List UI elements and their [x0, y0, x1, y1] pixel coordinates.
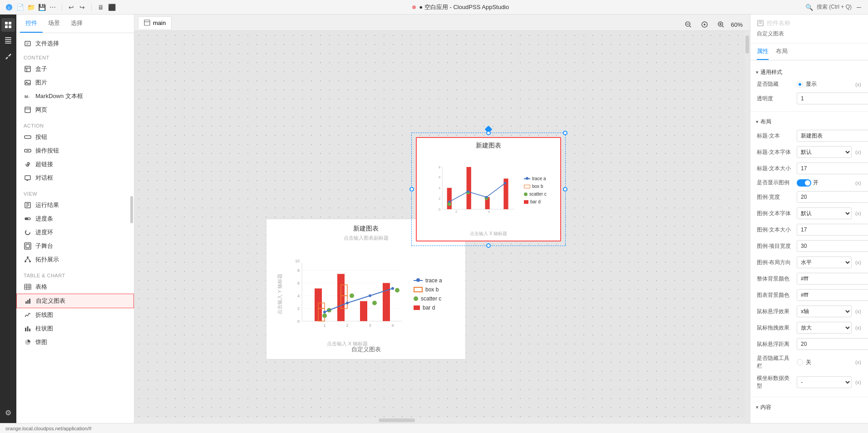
- svg-rect-100: [467, 167, 471, 209]
- file-icon[interactable]: 📄: [16, 4, 24, 11]
- vertical-scrollbar[interactable]: [745, 31, 750, 423]
- legend-bar-d-small: bar d: [524, 199, 553, 204]
- chart-widget-small[interactable]: 新建图表 0 2 4 6 8: [416, 137, 561, 241]
- prop-tab-attributes[interactable]: 属性: [757, 44, 769, 60]
- svg-text:2: 2: [455, 210, 457, 214]
- general-style-header[interactable]: ▾ 通用样式: [750, 67, 868, 78]
- tab-select[interactable]: 选择: [65, 15, 88, 33]
- prop-hover-distance-input[interactable]: [797, 338, 868, 350]
- content-prop-header[interactable]: ▾ 内容: [750, 402, 868, 413]
- progress-bar-item[interactable]: 进度条: [16, 212, 134, 226]
- prop-click-effect-select[interactable]: 放大: [797, 322, 852, 334]
- svg-rect-41: [25, 301, 27, 304]
- zoom-in-btn[interactable]: [715, 18, 727, 31]
- topology-item[interactable]: 拓扑展示: [16, 253, 134, 266]
- undo-icon[interactable]: ↩: [68, 4, 75, 11]
- line-chart-item[interactable]: 折线图: [16, 308, 134, 322]
- prop-bg-color-value: [797, 273, 868, 285]
- svg-text:6: 6: [439, 176, 440, 179]
- prop-legend-item-width-value: [797, 240, 868, 252]
- show-legend-toggle[interactable]: [797, 179, 811, 187]
- image-item[interactable]: 图片: [16, 76, 134, 89]
- side-panel: 控件 场景 选择 文件选择 CONTENT: [16, 15, 134, 423]
- settings-btn[interactable]: ⚙: [1, 406, 15, 419]
- search-icon[interactable]: 🔍: [806, 4, 813, 11]
- prop-legend-font-select[interactable]: 默认: [797, 207, 852, 219]
- right-panel-tabs: 属性 布局: [750, 44, 868, 60]
- bar-chart-item[interactable]: 柱状图: [16, 322, 134, 335]
- pie-chart-item[interactable]: 饼图: [16, 335, 134, 349]
- radio-show[interactable]: [797, 81, 803, 88]
- prop-bg-color-label: 整体背景颜色: [757, 275, 793, 283]
- prop-legend-width-row: 图例·宽度 (x): [750, 189, 868, 205]
- markdown-item[interactable]: M↓ MarkDown 文本框: [16, 89, 134, 103]
- minimize-icon[interactable]: ─: [855, 4, 863, 11]
- scroll-thumb-h[interactable]: [379, 418, 415, 422]
- scroll-thumb-v[interactable]: [745, 35, 749, 54]
- prop-title-text-label: 标题·文本: [757, 132, 793, 140]
- prop-bg-color-input[interactable]: [797, 273, 868, 285]
- prop-visible-x: (x): [855, 82, 862, 87]
- prop-opacity-input[interactable]: [797, 93, 868, 104]
- prop-x-axis-type-select[interactable]: -: [797, 376, 852, 388]
- prop-title-text-input[interactable]: [797, 130, 868, 142]
- tools-btn[interactable]: [1, 49, 15, 63]
- small-x-label: 点击输入 X 轴标题: [470, 231, 507, 237]
- radio-hide-toolbar[interactable]: [797, 359, 803, 365]
- layout-prop-header[interactable]: ▾ 布局: [750, 116, 868, 128]
- prop-title-font-select[interactable]: 默认: [797, 146, 852, 158]
- prop-hover-effect-select[interactable]: x轴: [797, 305, 852, 317]
- save-icon[interactable]: 💾: [38, 4, 45, 11]
- prop-tab-layout[interactable]: 布局: [776, 44, 788, 60]
- redo-icon[interactable]: ↪: [79, 4, 86, 11]
- zoom-reset-btn[interactable]: [698, 18, 711, 31]
- svg-rect-78: [383, 283, 390, 321]
- prop-opacity-label: 透明度: [757, 95, 793, 103]
- webpage-label: 网页: [35, 106, 47, 114]
- preview-icon[interactable]: 🖥: [97, 4, 104, 11]
- progress-ring-item[interactable]: 进度环: [16, 226, 134, 239]
- terminal-icon[interactable]: ⬛: [108, 4, 115, 11]
- svg-point-88: [323, 311, 326, 314]
- svg-rect-17: [25, 107, 30, 113]
- svg-rect-2: [5, 22, 8, 25]
- canvas-main-tab[interactable]: main: [138, 16, 172, 29]
- more-icon[interactable]: ⋯: [49, 4, 56, 11]
- content-section-title: CONTENT: [16, 52, 134, 62]
- prop-legend-size-input[interactable]: [797, 224, 868, 236]
- hyperlink-item[interactable]: 超链接: [16, 157, 134, 171]
- run-result-item[interactable]: 运行结果: [16, 198, 134, 212]
- prop-chart-bg-color-input[interactable]: [797, 289, 868, 301]
- prop-title-size-input[interactable]: [797, 162, 868, 174]
- icon-bar-bottom: ⚙: [1, 406, 15, 419]
- button-item[interactable]: 按钮: [16, 130, 134, 144]
- prop-legend-direction-select[interactable]: 水平: [797, 256, 852, 268]
- webpage-item[interactable]: 网页: [16, 103, 134, 117]
- svg-rect-77: [360, 301, 367, 321]
- horizontal-scrollbar[interactable]: [134, 418, 745, 423]
- svg-text:4: 4: [488, 210, 490, 214]
- zoom-out-btn[interactable]: [682, 18, 695, 31]
- prop-legend-width-input[interactable]: [797, 191, 868, 203]
- legend-box-b-small: box b: [524, 184, 553, 189]
- prop-hide-toolbar-value: 关: [797, 359, 852, 366]
- chart-ylabel-large: 点击输入 Y 轴标题: [276, 273, 283, 314]
- folder-open-icon[interactable]: 📁: [27, 4, 35, 11]
- box-item[interactable]: 盒子: [16, 62, 134, 76]
- layers-btn[interactable]: [1, 34, 15, 47]
- prop-hide-toolbar-label: 是否隐藏工具栏: [757, 354, 793, 370]
- file-select-item[interactable]: 文件选择: [16, 37, 134, 50]
- tab-scenes[interactable]: 场景: [43, 15, 65, 33]
- table-item[interactable]: 表格: [16, 280, 134, 294]
- tab-controls[interactable]: 控件: [20, 15, 43, 33]
- dialog-item[interactable]: 对话框: [16, 171, 134, 185]
- custom-chart-item[interactable]: 自定义图表: [16, 294, 134, 308]
- prop-hide-toolbar-row: 是否隐藏工具栏 关 (x): [750, 352, 868, 372]
- sub-stage-item[interactable]: 子舞台: [16, 239, 134, 253]
- op-button-item[interactable]: 操作按钮: [16, 144, 134, 157]
- widget-panel-btn[interactable]: [1, 18, 15, 32]
- svg-rect-42: [27, 300, 29, 304]
- scroll-thumb[interactable]: [130, 196, 133, 223]
- prop-legend-item-width-input[interactable]: [797, 240, 868, 252]
- prop-visible-row: 是否隐藏 显示 (x): [750, 78, 868, 90]
